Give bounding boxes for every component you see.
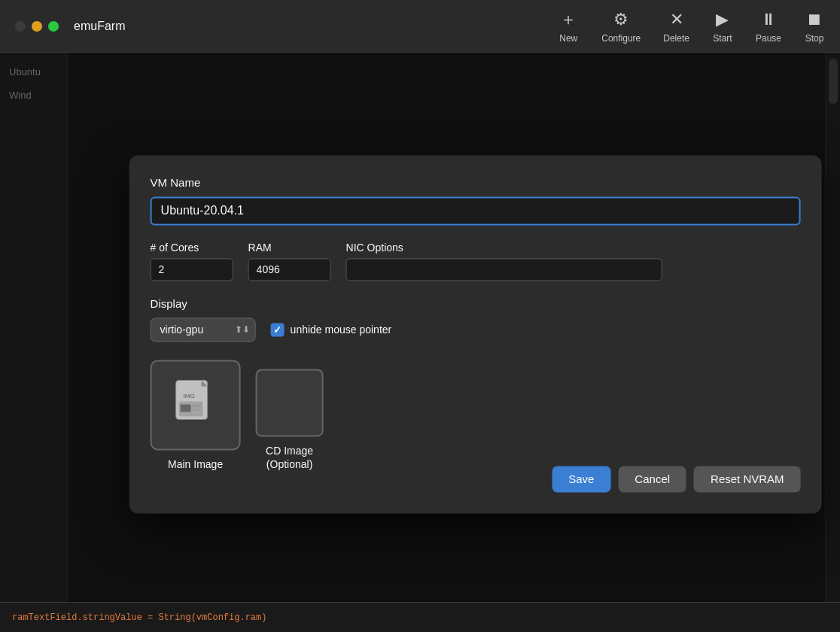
nic-input[interactable]: [346, 258, 662, 281]
vm-name-label: VM Name: [151, 176, 801, 189]
pause-label: Pause: [756, 33, 781, 44]
display-select-row: virtio-gpu vga ramfb none ⬆⬇ unhide mous…: [151, 318, 801, 342]
statusbar-text: ramTextField.stringValue = String(vmConf…: [12, 612, 266, 623]
display-select-wrapper[interactable]: virtio-gpu vga ramfb none ⬆⬇: [151, 318, 256, 342]
configure-icon: ⚙: [610, 9, 632, 30]
maximize-button[interactable]: [48, 21, 59, 32]
configure-label: Configure: [601, 33, 641, 44]
close-button[interactable]: [15, 21, 26, 32]
main-image-button[interactable]: IMG Main Image: [151, 360, 241, 471]
toolbar-pause[interactable]: ⏸ Pause: [756, 9, 781, 44]
save-button[interactable]: Save: [552, 466, 610, 493]
main-image-icon-box: IMG: [151, 360, 241, 450]
display-label: Display: [151, 297, 801, 310]
main-area: Ubuntu Wind VM Name # of Cores RAM NIC O…: [0, 53, 840, 602]
display-row: Display virtio-gpu vga ramfb none ⬆⬇ unh…: [151, 297, 801, 342]
start-icon: ▶: [712, 9, 733, 30]
action-row: Save Cancel Reset NVRAM: [552, 466, 800, 493]
svg-text:IMG: IMG: [184, 393, 195, 400]
stop-icon: ⏹: [804, 9, 825, 30]
minimize-button[interactable]: [32, 21, 42, 32]
statusbar: ramTextField.stringValue = String(vmConf…: [0, 602, 840, 632]
start-label: Start: [713, 33, 732, 44]
titlebar: emuFarm ＋ New ⚙ Configure ✕ Delete ▶ Sta…: [0, 0, 840, 53]
pause-icon: ⏸: [758, 9, 779, 30]
svg-rect-3: [181, 404, 191, 412]
stop-label: Stop: [805, 33, 824, 44]
toolbar-stop[interactable]: ⏹ Stop: [804, 9, 825, 44]
unhide-mouse-checkbox[interactable]: [271, 323, 285, 336]
ram-input[interactable]: [248, 258, 331, 281]
cores-input[interactable]: [151, 258, 233, 281]
delete-label: Delete: [663, 33, 689, 44]
bottom-row: IMG Main Image CD Image(Optional) Save C…: [151, 360, 801, 492]
window-controls: [15, 21, 59, 32]
delete-icon: ✕: [666, 9, 687, 30]
new-icon: ＋: [558, 9, 579, 30]
vm-name-input[interactable]: [151, 196, 801, 225]
toolbar-start[interactable]: ▶ Start: [712, 9, 733, 44]
images-row: IMG Main Image CD Image(Optional): [151, 360, 324, 471]
unhide-mouse-row: unhide mouse pointer: [271, 323, 392, 336]
toolbar-new[interactable]: ＋ New: [558, 9, 579, 44]
vm-config-modal: VM Name # of Cores RAM NIC Options Displ…: [129, 155, 822, 513]
app-title: emuFarm: [74, 20, 558, 33]
ram-label: RAM: [248, 242, 331, 254]
reset-nvram-button[interactable]: Reset NVRAM: [694, 466, 801, 493]
cd-image-label: CD Image(Optional): [266, 444, 313, 471]
toolbar: ＋ New ⚙ Configure ✕ Delete ▶ Start ⏸ Pau…: [558, 9, 825, 44]
file-icon: IMG: [173, 378, 218, 431]
unhide-mouse-label: unhide mouse pointer: [291, 324, 392, 336]
cd-image-icon-box: [256, 369, 324, 436]
cd-image-button[interactable]: CD Image(Optional): [256, 369, 324, 471]
cores-label: # of Cores: [151, 242, 233, 254]
display-select[interactable]: virtio-gpu vga ramfb none: [151, 318, 256, 342]
cancel-button[interactable]: Cancel: [618, 466, 686, 493]
svg-rect-5: [193, 409, 202, 410]
fields-row: # of Cores RAM NIC Options: [151, 242, 801, 281]
new-label: New: [559, 33, 577, 44]
svg-rect-4: [193, 404, 202, 407]
toolbar-delete[interactable]: ✕ Delete: [663, 9, 689, 44]
ram-group: RAM: [248, 242, 331, 281]
toolbar-configure[interactable]: ⚙ Configure: [601, 9, 641, 44]
cores-group: # of Cores: [151, 242, 233, 281]
main-image-label: Main Image: [168, 457, 223, 471]
nic-label: NIC Options: [346, 242, 801, 254]
nic-group: NIC Options: [346, 242, 801, 281]
